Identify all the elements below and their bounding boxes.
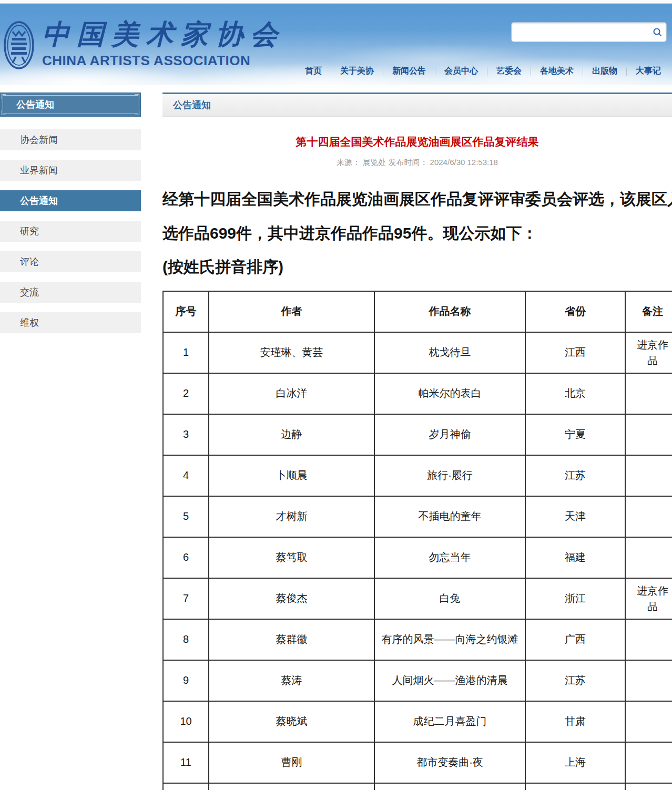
note-cell: [625, 496, 672, 537]
column-header: 作品名称: [374, 291, 525, 332]
author-cell: 卜顺晨: [209, 455, 374, 496]
author-cell: 蔡笃取: [209, 537, 374, 578]
results-table-body: 1安瑾琳、黄芸枕戈待旦江西进京作品2白冰洋帕米尔的表白北京3边静岁月神偷宁夏4卜…: [163, 332, 672, 790]
author-cell: 才树新: [209, 496, 374, 537]
work-title-cell: 岁月神偷: [374, 414, 525, 455]
frame-corner-icon: [2, 94, 6, 99]
sidebar-item-5[interactable]: 评论: [0, 251, 141, 272]
province-cell: 广西: [525, 619, 625, 660]
province-cell: 甘肃: [525, 701, 625, 742]
table-row: 3边静岁月神偷宁夏: [163, 414, 672, 455]
nav-item-1[interactable]: 首页: [296, 66, 331, 77]
sidebar-item-2[interactable]: 业界新闻: [0, 160, 141, 181]
author-cell: 蔡俊杰: [209, 578, 374, 619]
author-cell: 曹刚: [209, 742, 374, 783]
table-row: 1安瑾琳、黄芸枕戈待旦江西进京作品: [163, 332, 672, 373]
column-header: 序号: [163, 291, 209, 332]
results-table-head: 序号作者作品名称省份备注: [163, 291, 672, 332]
note-cell: [625, 373, 672, 414]
table-row: 9蔡涛人间烟火——渔港的清晨江苏: [163, 660, 672, 701]
table-row: 5才树新不插电的童年天津: [163, 496, 672, 537]
table-row: 6蔡笃取勿忘当年福建: [163, 537, 672, 578]
work-title-cell: 不插电的童年: [374, 496, 525, 537]
sidebar: 公告通知 协会新闻业界新闻公告通知研究评论交流维权: [0, 93, 141, 790]
sidebar-menu: 协会新闻业界新闻公告通知研究评论交流维权: [0, 129, 141, 333]
province-cell: 上海: [525, 742, 625, 783]
main-nav: 首页关于美协新闻公告会员中心艺委会各地美术出版物大事记: [296, 66, 670, 77]
row-number-cell: 9: [163, 660, 209, 701]
sort-note: (按姓氏拼音排序): [162, 250, 672, 284]
nav-item-4[interactable]: 会员中心: [435, 66, 487, 77]
row-number-cell: 8: [163, 619, 209, 660]
sidebar-item-4[interactable]: 研究: [0, 221, 141, 242]
row-number-cell: 7: [163, 578, 209, 619]
row-number-cell: 10: [163, 701, 209, 742]
empty-cell: [525, 783, 625, 790]
table-row: 7蔡俊杰白兔浙江进京作品: [163, 578, 672, 619]
search-button[interactable]: [648, 23, 666, 42]
nav-item-2[interactable]: 关于美协: [331, 66, 383, 77]
nav-item-5[interactable]: 艺委会: [487, 66, 531, 77]
column-header: 作者: [209, 291, 374, 332]
work-title-cell: 白兔: [374, 578, 525, 619]
note-cell: [625, 660, 672, 701]
breadcrumb: 公告通知: [162, 93, 672, 117]
work-title-cell: 帕米尔的表白: [374, 373, 525, 414]
sidebar-item-1[interactable]: 协会新闻: [0, 129, 141, 150]
row-number-cell: 5: [163, 496, 209, 537]
nav-item-7[interactable]: 出版物: [583, 66, 626, 77]
empty-cell: [374, 783, 525, 790]
author-cell: 边静: [209, 414, 374, 455]
province-cell: 浙江: [525, 578, 625, 619]
search-icon: [653, 27, 662, 37]
note-cell: 进京作品: [625, 332, 672, 373]
table-row: 10蔡晓斌成纪二月喜盈门甘肃: [163, 701, 672, 742]
sidebar-item-7[interactable]: 维权: [0, 312, 141, 333]
work-title-cell: 人间烟火——渔港的清晨: [374, 660, 525, 701]
results-table: 序号作者作品名称省份备注 1安瑾琳、黄芸枕戈待旦江西进京作品2白冰洋帕米尔的表白…: [162, 291, 672, 790]
work-title-cell: 勿忘当年: [374, 537, 525, 578]
table-row-partial: [163, 783, 672, 790]
province-cell: 江苏: [525, 660, 625, 701]
sidebar-panel-title: 公告通知: [16, 98, 54, 111]
logo-chinese-title: 中国美术家协会: [42, 17, 285, 52]
top-strip: [0, 0, 672, 4]
nav-item-6[interactable]: 各地美术: [531, 66, 583, 77]
table-header-row: 序号作者作品名称省份备注: [163, 291, 672, 332]
province-cell: 北京: [525, 373, 625, 414]
sidebar-item-6[interactable]: 交流: [0, 282, 141, 303]
frame-corner-icon: [2, 110, 6, 115]
article-body: 经第十四届全国美术作品展览油画展区作品复评评审委员会评选，该展区入选作品699件…: [162, 182, 672, 284]
sidebar-panel-header: 公告通知: [0, 93, 141, 117]
row-number-cell: 11: [163, 742, 209, 783]
row-number-cell: 3: [163, 414, 209, 455]
table-row: 4卜顺晨旅行·履行江苏: [163, 455, 672, 496]
search-box: [511, 22, 667, 42]
province-cell: 宁夏: [525, 414, 625, 455]
row-number-cell: 6: [163, 537, 209, 578]
row-number-cell: 4: [163, 455, 209, 496]
note-cell: 进京作品: [625, 578, 672, 619]
work-title-cell: 都市变奏曲·夜: [374, 742, 525, 783]
column-header: 省份: [525, 291, 625, 332]
note-cell: [625, 414, 672, 455]
frame-corner-icon: [135, 110, 139, 115]
search-input[interactable]: [512, 23, 648, 42]
work-title-cell: 旅行·履行: [374, 455, 525, 496]
nav-item-8[interactable]: 大事记: [627, 66, 670, 77]
empty-cell: [209, 783, 374, 790]
association-logo[interactable]: 中国美术家协会 CHINA ARTISTS ASSOCIATION: [3, 17, 285, 70]
mei-seal-icon: [3, 20, 35, 70]
note-cell: [625, 537, 672, 578]
site-header: 中国美术家协会 CHINA ARTISTS ASSOCIATION 首页关于美协…: [0, 0, 672, 85]
main-content: 公告通知 第十四届全国美术作品展览油画展区作品复评结果 来源： 展览处 发布时间…: [162, 93, 672, 790]
breadcrumb-label: 公告通知: [173, 99, 211, 111]
author-cell: 蔡群徽: [209, 619, 374, 660]
nav-item-3[interactable]: 新闻公告: [383, 66, 435, 77]
sidebar-item-3[interactable]: 公告通知: [0, 190, 141, 211]
logo-english-title: CHINA ARTISTS ASSOCIATION: [42, 53, 285, 69]
author-cell: 白冰洋: [209, 373, 374, 414]
note-cell: [625, 701, 672, 742]
work-title-cell: 枕戈待旦: [374, 332, 525, 373]
author-cell: 安瑾琳、黄芸: [209, 332, 374, 373]
